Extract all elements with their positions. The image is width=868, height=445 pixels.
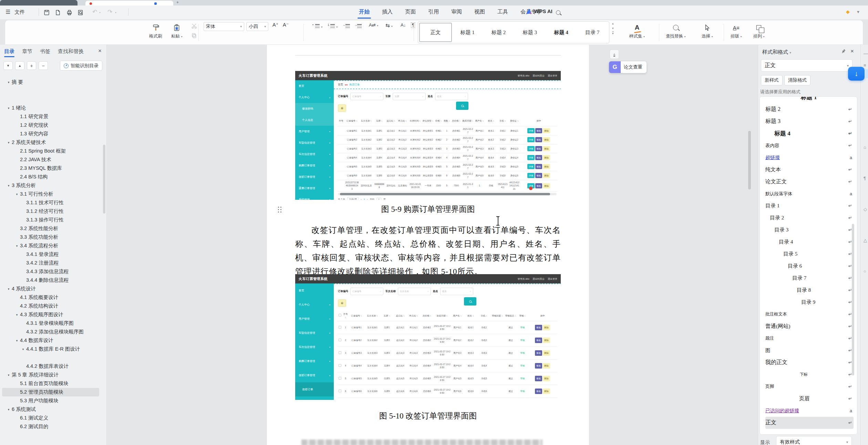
sidebar-scrollbar[interactable] [103,145,105,214]
mini-menu-item[interactable]: 首页 [295,80,334,92]
mini-table-row[interactable]: 2订单编号2车次名称2车牌2起点站2终点站2总价格22021-02-27 19:… [337,334,557,347]
toc-item[interactable]: 4.3.2 添加信息模块顺序图 [2,328,99,336]
style-item[interactable]: 普通(网站) ↵ [765,320,854,332]
mini-menu-item[interactable]: 用户管理▾ [295,126,334,137]
sidebar-tab[interactable]: 章节 [22,48,32,55]
select-button[interactable]: 选择 ▾ [702,22,713,39]
edit-button[interactable]: 修改 [535,363,542,368]
paste-button[interactable]: 粘贴 ▾ [171,22,183,39]
detail-button[interactable]: 详情 [527,173,535,178]
style-item[interactable]: 目录 7 ↵ [765,272,854,284]
toc-item[interactable]: ▾ 4.4 数据库设计 [2,336,99,345]
mini-exit-front[interactable]: 退出到前台 [533,74,545,77]
rail-home-icon[interactable]: ⌂ [864,145,866,150]
toc-item[interactable]: 6.2 测试目的 [2,422,99,431]
toc-item[interactable]: ▾ 第 5 章 系统详细设计 [2,371,99,379]
sidebar-tab[interactable]: 查找和替换 [58,48,84,55]
mini-table-row[interactable]: 订单编号2车次名称2车牌2起点站2终点站2出发时间2座位类型2价格22总价格22… [337,135,557,144]
mini-table-row[interactable]: 订单编号5车次名称5车牌5起点站5终点站5出发时间5座位类型5价格55总价格52… [337,162,557,171]
mini-search-input[interactable]: 车牌⌕ [393,93,426,100]
mini-menu-item[interactable]: 车次信息管理▾ [295,340,334,354]
mini-menu-item[interactable]: 改签订单管理▾ [295,171,334,183]
mini-menu-item[interactable]: 个人中心▾ [295,298,334,312]
paragraph-drag-handle[interactable] [277,206,282,214]
new-tab-button[interactable]: + [176,0,179,5]
mini-menu-item[interactable]: 个人中心▴ [295,92,334,103]
mini-menu-item[interactable]: 车型信息管理▾ [295,326,334,340]
delete-button[interactable]: 删除 [543,325,550,330]
expand-all-button[interactable]: ▴ [15,61,24,70]
app-home-tab[interactable] [0,0,78,6]
document-tab[interactable] [85,1,173,6]
toc-item[interactable]: ▾ 4.3 系统顺序图设计 [2,310,99,319]
panel-close-icon[interactable]: × [850,48,854,55]
rail-triangle-icon[interactable]: △ [864,238,867,243]
prev-page[interactable]: ‹ [361,198,361,200]
audit-link[interactable]: 审核 [520,377,525,380]
ribbon-tab[interactable]: 审阅 [451,8,462,15]
phonetic-guide-button[interactable]: A⇄ ▾ [369,22,378,28]
mini-table-row[interactable]: 订单编号6车次名称6车牌6起点站6终点站6出发时间6座位类型6价格66总价格62… [337,171,557,180]
mini-search-input[interactable]: 订单编号⌕ [350,288,383,295]
edit-button[interactable]: 修改 [535,128,542,133]
style-preset[interactable]: 标题 1 [452,23,483,42]
toc-item[interactable]: ▾ 6 系统测试 [2,405,99,414]
toc-item[interactable]: 3.1.1 技术可行性 [2,198,99,207]
font-family-select[interactable]: 宋体▾ [204,22,244,31]
sidebar-tab[interactable]: 目录 [4,48,14,55]
toc-item[interactable]: 6.1 测试定义 [2,414,99,422]
detail-button[interactable]: 详情 [527,137,535,142]
style-item[interactable]: 标题 4 ↵ [765,127,854,139]
style-item[interactable]: 目录 4 ↵ [765,236,854,248]
ribbon-tab[interactable]: 工具 [497,8,508,15]
mini-hscrollbar[interactable] [338,193,557,195]
audit-link[interactable]: 审核 [520,352,525,354]
toc-item[interactable]: 3.1.3 操作可行性 [2,216,99,224]
mini-menu-item[interactable]: 购票订单管理▾ [295,354,334,368]
style-item[interactable]: 标题 2 ↵ [765,103,854,115]
hamburger-icon[interactable]: ☰ [6,9,10,15]
delete-button[interactable]: 删除 [543,376,550,381]
toc-item[interactable]: ▾ 3.1 可行性分析 [2,190,99,198]
style-item[interactable]: 批注框文本 ↵ [765,308,854,320]
collapse-all-button[interactable]: ▾ [3,61,13,70]
audit-link[interactable]: 审核 [520,326,525,329]
mini-menu-item[interactable]: 首页 [295,283,334,298]
toc-caret-icon[interactable]: ▾ [14,244,20,248]
mini-add-button[interactable]: ⊕ [338,104,346,112]
cut-icon[interactable] [191,23,197,30]
style-item[interactable]: 标题 1 [765,96,854,103]
format-painter-button[interactable]: 格式刷 [149,22,162,39]
toc-item[interactable]: 3.4.4 删除信息流程 [2,276,99,284]
toc-caret-icon[interactable]: ▾ [14,313,20,317]
save-button[interactable] [42,8,51,17]
toc-item[interactable]: ▾ 4 系统设计 [2,284,99,293]
redo-icon[interactable]: ↷ [107,8,112,15]
style-item[interactable]: 目录 3 ↵ [765,224,854,236]
toc-caret-icon[interactable]: ▾ [6,373,12,377]
toc-item[interactable]: 1.1 研究背景 [2,112,99,121]
edit-button[interactable]: 修改 [535,155,542,160]
mini-menu-item[interactable]: 个人信息 [295,114,334,126]
toc-item[interactable]: ▾ 3 系统分析 [2,181,99,190]
mini-menu-item[interactable]: 改签订单 [295,382,334,396]
mini-menu-item[interactable]: 车型信息管理▾ [295,137,334,148]
toc-item[interactable]: 2.4 B/S 结构 [2,173,99,181]
typeset-button[interactable]: A≡ 排版 ▾ [731,22,742,39]
sidebar-tab[interactable]: 书签 [40,48,50,55]
member-icon[interactable]: ◆ [846,9,850,14]
style-item[interactable]: 题注 ↵ [765,332,854,344]
toc-caret-icon[interactable]: ▾ [6,81,12,84]
style-item[interactable]: 标题 3 ↵ [765,115,854,127]
toc-item[interactable]: 3.4.2 注册流程 [2,259,99,267]
style-item[interactable]: 图 ↵ [765,344,854,356]
delete-button[interactable]: 删除 [543,350,550,355]
current-style-select[interactable]: 正文▾ [761,59,852,72]
mini-table-row[interactable]: 订单编号4车次名称4车牌4起点站4终点站4出发时间4座位类型4价格44总价格42… [337,153,557,162]
delete-button[interactable]: 删除 [543,128,550,133]
toc-item[interactable]: 5.2 管理员功能模块 [2,388,99,396]
style-item[interactable]: 正文 ↵ [765,417,854,429]
undo-icon[interactable]: ↶ [92,8,97,15]
toc-item[interactable]: 2.2 JAVA 技术 [2,155,99,164]
file-menu[interactable]: 文件 [14,9,25,15]
